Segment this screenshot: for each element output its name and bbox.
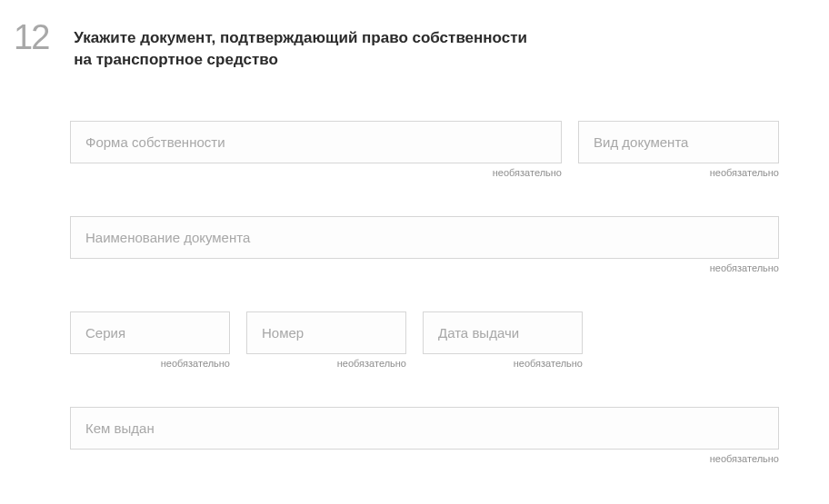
series-input[interactable] xyxy=(70,311,230,354)
doc-type-hint: необязательно xyxy=(578,167,779,178)
field-group-number: необязательно xyxy=(246,311,406,369)
issued-by-hint: необязательно xyxy=(70,453,779,464)
doc-name-hint: необязательно xyxy=(70,262,779,273)
section-header: 12 Укажите документ, подтверждающий прав… xyxy=(14,27,779,71)
step-number: 12 xyxy=(14,20,48,54)
field-group-ownership-form: необязательно xyxy=(70,121,562,178)
row-series-number-date: необязательно необязательно необязательн… xyxy=(70,311,779,369)
form-area: необязательно необязательно необязательн… xyxy=(70,121,779,464)
issue-date-input[interactable] xyxy=(423,311,583,354)
row-issued-by: необязательно xyxy=(70,407,779,464)
field-group-issued-by: необязательно xyxy=(70,407,779,464)
issued-by-input[interactable] xyxy=(70,407,779,450)
ownership-form-input[interactable] xyxy=(70,121,562,163)
doc-type-input[interactable] xyxy=(578,121,779,163)
field-group-series: необязательно xyxy=(70,311,230,369)
row-ownership-type: необязательно необязательно xyxy=(70,121,779,178)
field-group-issue-date: необязательно xyxy=(423,311,583,369)
series-hint: необязательно xyxy=(70,358,230,369)
field-group-doc-name: необязательно xyxy=(70,216,779,273)
field-group-doc-type: необязательно xyxy=(578,121,779,178)
number-input[interactable] xyxy=(246,311,406,354)
title-line-1: Укажите документ, подтверждающий право с… xyxy=(74,29,527,46)
title-line-2: на транспортное средство xyxy=(74,51,278,68)
number-hint: необязательно xyxy=(246,358,406,369)
doc-name-input[interactable] xyxy=(70,216,779,259)
section-title: Укажите документ, подтверждающий право с… xyxy=(74,27,527,71)
row-doc-name: необязательно xyxy=(70,216,779,273)
issue-date-hint: необязательно xyxy=(423,358,583,369)
ownership-form-hint: необязательно xyxy=(70,167,562,178)
